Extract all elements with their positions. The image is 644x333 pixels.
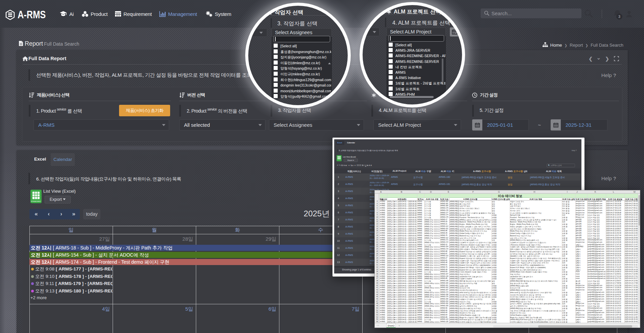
svg-text:SPREADSHEET: SPREADSHEET: [31, 200, 41, 202]
